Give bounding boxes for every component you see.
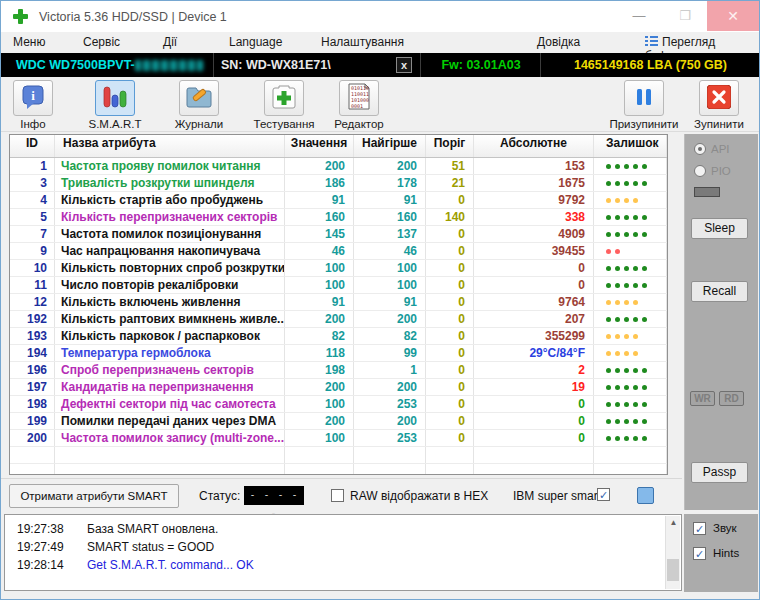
cell: Час напрацювання накопичувача — [55, 243, 285, 259]
table-row[interactable]: 11Число повторів рекалібровки10010000 — [10, 277, 667, 294]
table-row[interactable]: 199Помилки передачі даних через DMA20020… — [10, 413, 667, 430]
зупинити-button[interactable] — [699, 80, 739, 116]
status-label: Статус: — [199, 489, 240, 503]
table-row[interactable]: 3Тривалість розкрутки шпинделя1861782116… — [10, 175, 667, 192]
ibm-smart-label: IBM super smart: — [513, 489, 604, 503]
cell: 1 — [354, 362, 426, 378]
cell: 9792 — [474, 192, 594, 208]
sleep-button[interactable]: Sleep — [691, 218, 748, 239]
wr-button[interactable]: WR — [690, 391, 715, 406]
column-header-3[interactable]: Найгірше — [354, 135, 426, 157]
toolbar-label: Інфо — [20, 118, 45, 130]
table-row[interactable]: 1Частота прояву помилок читання200200511… — [10, 158, 667, 175]
cell: Кандидатів на перепризначення — [55, 379, 285, 395]
cell: 0 — [426, 345, 474, 361]
cell: 91 — [285, 294, 354, 310]
cell: 100 — [285, 430, 354, 446]
журнали-button[interactable] — [179, 80, 219, 116]
cell: 207 — [474, 311, 594, 327]
get-smart-button[interactable]: Отримати атрибути SMART — [9, 484, 179, 508]
cell: 82 — [354, 328, 426, 344]
cell: 39455 — [474, 243, 594, 259]
passp-button[interactable]: Passp — [691, 462, 748, 483]
toolbar-label: Журнали — [175, 118, 223, 130]
toolbar-label: Тестування — [254, 118, 315, 130]
table-row[interactable]: 196Спроб перепризначень секторів198102 — [10, 362, 667, 379]
health-dots — [594, 192, 667, 208]
sound-checkbox[interactable]: ✓ — [693, 522, 706, 535]
cell: 0 — [474, 413, 594, 429]
column-header-5[interactable]: Абсолютне — [474, 135, 594, 157]
menu-item-меню[interactable]: Меню — [13, 35, 45, 49]
table-row[interactable]: 193Кількість парковок / распарковок82820… — [10, 328, 667, 345]
close-button[interactable]: ✕ — [707, 1, 759, 31]
log-entry: 19:28:14Get S.M.A.R.T. command... OK — [5, 556, 645, 574]
cell: 253 — [354, 396, 426, 412]
menu-item-налаштування[interactable]: Налаштування — [321, 35, 404, 49]
x-badge[interactable]: x — [396, 57, 412, 73]
table-row[interactable]: 7Частота помилок позиціонування145137049… — [10, 226, 667, 243]
column-header-6[interactable]: Залишок — [594, 135, 667, 157]
ibm-smart-indicator[interactable] — [637, 487, 654, 504]
raw-hex-label: RAW відображати в HEX — [350, 489, 488, 503]
log-scrollbar[interactable]: ▲ — [665, 516, 680, 589]
list-icon — [645, 36, 658, 47]
column-header-0[interactable]: ID — [10, 135, 55, 157]
table-row[interactable]: 5Кількість перепризначених секторів16016… — [10, 209, 667, 226]
column-header-2[interactable]: Значення — [285, 135, 354, 157]
maximize-button[interactable]: ❒ — [665, 1, 705, 31]
menu-item-language[interactable]: Language — [229, 35, 282, 49]
table-row[interactable]: 192Кількість раптових вимкнень живле...2… — [10, 311, 667, 328]
table-row[interactable]: 10Кількість повторних спроб розкрутки100… — [10, 260, 667, 277]
cell: 198 — [285, 362, 354, 378]
cell: 100 — [285, 260, 354, 276]
health-dots — [594, 277, 667, 293]
raw-hex-checkbox[interactable] — [331, 489, 344, 502]
menu-item-довідка[interactable]: Довідка — [537, 35, 580, 49]
cell: Кількість парковок / распарковок — [55, 328, 285, 344]
device-firmware: Fw: 03.01A03 — [422, 53, 541, 77]
menu-item-дії[interactable]: Дії — [163, 35, 177, 49]
scrollbar-thumb[interactable] — [667, 559, 679, 581]
pio-radio[interactable] — [694, 165, 706, 177]
редактор-button[interactable]: 0101101100111010000001 — [339, 80, 379, 116]
recall-button[interactable]: Recall — [691, 281, 748, 302]
minimize-button[interactable]: — — [619, 1, 659, 31]
api-radio[interactable] — [694, 143, 706, 155]
тестування-button[interactable] — [264, 80, 304, 116]
table-row[interactable]: 200Частота помилок запису (multi-zone...… — [10, 430, 667, 447]
table-row[interactable]: 197Кандидатів на перепризначення20020001… — [10, 379, 667, 396]
column-header-4[interactable]: Поріг — [426, 135, 474, 157]
menu-item-сервіс[interactable]: Сервіс — [83, 35, 120, 49]
призупинити-button[interactable] — [624, 80, 664, 116]
cell: Спроб перепризначень секторів — [55, 362, 285, 378]
smart-attributes-table: IDНазва атрибутаЗначенняНайгіршеПорігАбс… — [9, 134, 668, 475]
hints-checkbox[interactable]: ✓ — [693, 547, 706, 560]
health-dots — [594, 328, 667, 344]
cell: 0 — [426, 226, 474, 242]
cell: 51 — [426, 158, 474, 174]
table-row[interactable]: 198Дефектні сектори під час самотеста100… — [10, 396, 667, 413]
cell: 10 — [10, 260, 55, 276]
cell: 200 — [285, 158, 354, 174]
cell: 46 — [285, 243, 354, 259]
scroll-up-arrow[interactable]: ▲ — [666, 516, 681, 530]
app-icon — [13, 9, 28, 27]
table-row[interactable]: 4Кількість стартів або пробуджень9191097… — [10, 192, 667, 209]
column-header-1[interactable]: Назва атрибута — [55, 135, 285, 157]
ibm-smart-checkbox[interactable]: ✓ — [597, 488, 610, 501]
cell: 178 — [354, 175, 426, 191]
s.m.a.r.t-button[interactable] — [95, 80, 135, 116]
table-row[interactable]: 9Час напрацювання накопичувача4646039455 — [10, 243, 667, 260]
cell: 19 — [474, 379, 594, 395]
cell: 99 — [354, 345, 426, 361]
cell: 0 — [426, 277, 474, 293]
cell: 200 — [10, 430, 55, 446]
cell: 2 — [474, 362, 594, 378]
stop-icon — [707, 85, 731, 112]
table-row[interactable]: 12Кількість включень живлення919109764 — [10, 294, 667, 311]
rd-button[interactable]: RD — [719, 391, 744, 406]
cell: 200 — [354, 379, 426, 395]
table-row[interactable]: 194Температура гермоблока11899029°C/84°F — [10, 345, 667, 362]
інфо-button[interactable]: i — [13, 80, 53, 116]
